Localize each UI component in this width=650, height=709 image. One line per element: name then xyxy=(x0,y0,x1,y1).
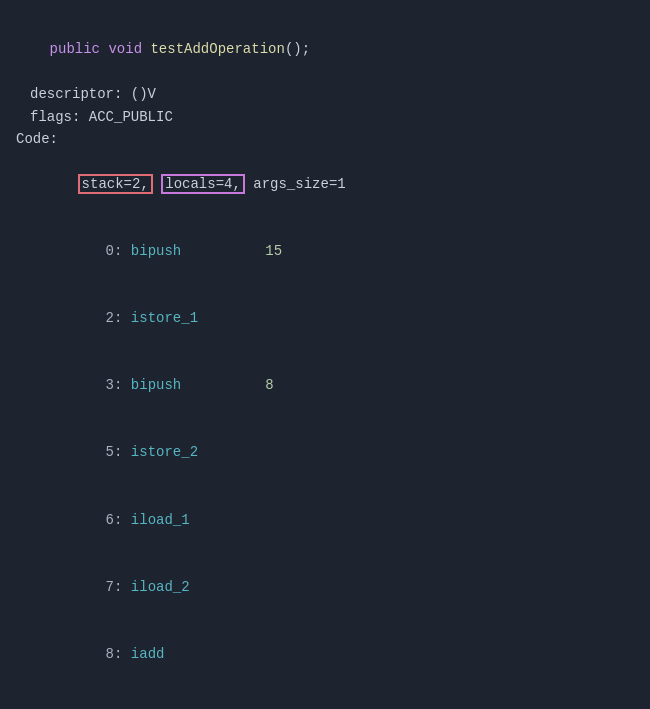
instr-9: 9: istore_3 xyxy=(16,688,634,709)
instr-2: 2: istore_1 xyxy=(16,285,634,352)
instr-7: 7: iload_2 xyxy=(16,553,634,620)
instr-3: 3: bipush 8 xyxy=(16,352,634,419)
flags-line: flags: ACC_PUBLIC xyxy=(16,106,634,128)
instr-5: 5: istore_2 xyxy=(16,419,634,486)
method-name: testAddOperation xyxy=(150,41,284,57)
method-signature: public void testAddOperation(); xyxy=(16,16,634,83)
instr-6: 6: iload_1 xyxy=(16,486,634,553)
locals-highlight: locals=4, xyxy=(161,174,245,194)
instr-0: 0: bipush 15 xyxy=(16,218,634,285)
keyword-public: public xyxy=(50,41,100,57)
keyword-void: void xyxy=(108,41,142,57)
stack-highlight: stack=2, xyxy=(78,174,153,194)
code-container: public void testAddOperation(); descript… xyxy=(0,0,650,709)
args-size: args_size=1 xyxy=(253,176,345,192)
instr-8: 8: iadd xyxy=(16,621,634,688)
descriptor-line: descriptor: ()V xyxy=(16,83,634,105)
code-label: Code: xyxy=(16,128,634,150)
stack-locals-line: stack=2, locals=4, args_size=1 xyxy=(16,150,634,217)
